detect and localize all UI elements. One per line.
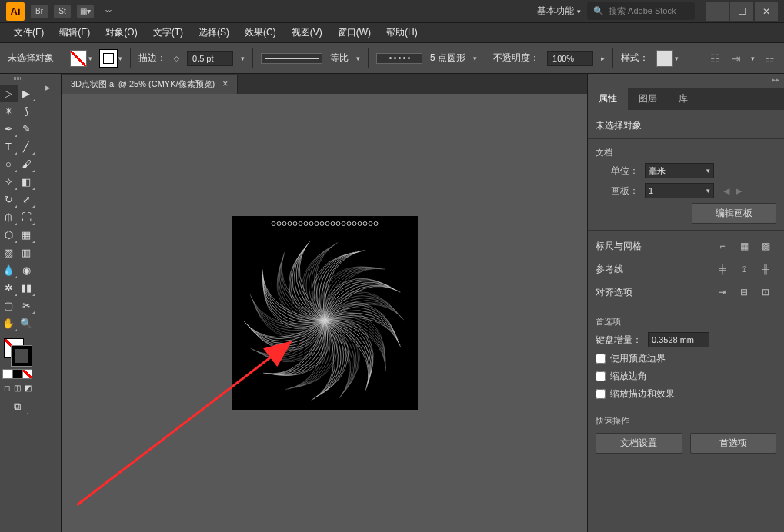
chevron-right-icon[interactable]: ▸ bbox=[601, 55, 605, 62]
units-select[interactable]: 毫米▾ bbox=[645, 163, 714, 178]
color-mode-gradient[interactable] bbox=[12, 369, 22, 379]
stock-button[interactable]: St bbox=[54, 5, 71, 18]
minimize-button[interactable]: — bbox=[706, 2, 729, 21]
tools-grip[interactable] bbox=[6, 77, 29, 81]
width-tool[interactable]: ⫛ bbox=[0, 208, 18, 226]
bridge-button[interactable]: Br bbox=[31, 5, 48, 18]
stroke-profile-preview[interactable] bbox=[261, 53, 322, 64]
chevron-down-icon[interactable]: ▾ bbox=[356, 55, 360, 62]
tab-layers[interactable]: 图层 bbox=[628, 88, 668, 110]
artboard-tool[interactable]: ▢ bbox=[0, 297, 18, 314]
ellipse-tool[interactable]: ○ bbox=[0, 155, 18, 173]
column-graph-tool[interactable]: ▮▮ bbox=[18, 279, 35, 297]
chevron-down-icon[interactable]: ▾ bbox=[751, 55, 755, 62]
align-artboard-icon[interactable]: ⊡ bbox=[755, 283, 776, 301]
panel-collapse-icon[interactable]: ▸▸ bbox=[772, 75, 779, 86]
mesh-tool[interactable]: ▨ bbox=[0, 244, 18, 261]
line-tool[interactable]: ╱ bbox=[18, 138, 35, 155]
hand-tool[interactable]: ✋ bbox=[0, 314, 18, 332]
dock-expand-icon[interactable]: ▸ bbox=[38, 78, 58, 95]
rotate-tool[interactable]: ↻ bbox=[0, 191, 18, 208]
menu-help[interactable]: 帮助(H) bbox=[379, 23, 425, 42]
close-button[interactable]: ✕ bbox=[755, 2, 778, 21]
graphic-style-swatch[interactable]: ▾ bbox=[656, 50, 679, 67]
chevron-down-icon[interactable]: ▾ bbox=[241, 55, 245, 62]
color-mode-none[interactable] bbox=[22, 369, 32, 379]
preferences-button[interactable]: 首选项 bbox=[690, 433, 777, 454]
magic-wand-tool[interactable]: ✴ bbox=[0, 102, 18, 120]
scale-corners-checkbox[interactable]: 缩放边角 bbox=[596, 370, 776, 383]
menu-object[interactable]: 对象(O) bbox=[98, 23, 145, 42]
selection-tool[interactable]: ▷ bbox=[0, 85, 18, 102]
use-preview-bounds-checkbox[interactable]: 使用预览边界 bbox=[596, 352, 776, 365]
gpu-preview-button[interactable]: 〰 bbox=[100, 5, 117, 18]
stroke-swatch[interactable]: ▾ bbox=[100, 50, 122, 67]
menu-edit[interactable]: 编辑(E) bbox=[52, 23, 98, 42]
workspace-switcher[interactable]: 基本功能 ▾ bbox=[531, 2, 587, 21]
menu-file[interactable]: 文件(F) bbox=[6, 23, 52, 42]
snap-pixel-icon[interactable]: ⊟ bbox=[733, 283, 755, 301]
stroke-box[interactable] bbox=[12, 346, 32, 366]
stroke-weight-input[interactable] bbox=[187, 51, 233, 66]
shaper-tool[interactable]: ✧ bbox=[0, 173, 18, 191]
eraser-tool[interactable]: ◧ bbox=[18, 173, 35, 191]
symbol-sprayer-tool[interactable]: ✲ bbox=[0, 279, 18, 297]
draw-behind[interactable]: ◫ bbox=[12, 382, 23, 393]
artboard-nav[interactable]: ◀▶ bbox=[723, 186, 742, 196]
close-icon[interactable]: × bbox=[222, 78, 228, 89]
draw-inside[interactable]: ◩ bbox=[23, 382, 34, 393]
lock-guides-icon[interactable]: ⟟ bbox=[733, 260, 755, 278]
chevron-down-icon[interactable]: ▾ bbox=[473, 55, 477, 62]
pen-tool[interactable]: ✒ bbox=[0, 120, 18, 138]
tab-properties[interactable]: 属性 bbox=[588, 88, 628, 110]
paintbrush-tool[interactable]: 🖌 bbox=[18, 155, 35, 173]
menu-type[interactable]: 文字(T) bbox=[145, 23, 191, 42]
zoom-tool[interactable]: 🔍 bbox=[18, 314, 35, 332]
screen-mode-button[interactable]: ⧉ bbox=[6, 397, 29, 415]
menu-effect[interactable]: 效果(C) bbox=[237, 23, 284, 42]
opacity-input[interactable] bbox=[547, 51, 593, 66]
menu-view[interactable]: 视图(V) bbox=[284, 23, 330, 42]
transparency-grid-icon[interactable]: ▩ bbox=[755, 237, 776, 255]
draw-normal[interactable]: ◻ bbox=[2, 382, 12, 393]
scale-stroke-effects-checkbox[interactable]: 缩放描边和效果 bbox=[596, 387, 776, 401]
menu-window[interactable]: 窗口(W) bbox=[330, 23, 379, 42]
doc-setup-icon[interactable]: ☷ bbox=[708, 52, 722, 65]
show-guides-icon[interactable]: ╪ bbox=[712, 260, 733, 278]
menu-select[interactable]: 选择(S) bbox=[191, 23, 237, 42]
snap-point-icon[interactable]: ⇥ bbox=[712, 283, 733, 301]
slice-tool[interactable]: ✂ bbox=[18, 297, 35, 314]
direct-selection-tool[interactable]: ▶ bbox=[18, 85, 35, 102]
type-tool[interactable]: T bbox=[0, 138, 18, 155]
edit-artboards-button[interactable]: 编辑画板 bbox=[692, 203, 776, 224]
search-stock-field[interactable]: 🔍 搜索 Adobe Stock bbox=[587, 2, 695, 20]
align-icon[interactable]: ⇥ bbox=[729, 52, 743, 65]
lasso-tool[interactable]: ⟆ bbox=[18, 102, 35, 120]
scale-tool[interactable]: ⤢ bbox=[18, 191, 35, 208]
curvature-tool[interactable]: ✎ bbox=[18, 120, 35, 138]
perspective-tool[interactable]: ▦ bbox=[18, 226, 35, 244]
artboard-select[interactable]: 1▾ bbox=[645, 183, 714, 198]
fill-stroke-control[interactable] bbox=[2, 337, 33, 367]
rulers-icon[interactable]: ⌐ bbox=[712, 237, 733, 255]
preferences-icon[interactable]: ⚏ bbox=[762, 52, 776, 65]
blend-tool[interactable]: ◉ bbox=[18, 261, 35, 279]
tab-libraries[interactable]: 库 bbox=[668, 88, 699, 110]
nudge-input[interactable] bbox=[648, 332, 709, 347]
document-tab[interactable]: 3D点状图.ai @ 25% (CMYK/像素预览) × bbox=[62, 75, 238, 94]
grid-icon[interactable]: ▦ bbox=[733, 237, 755, 255]
eyedropper-tool[interactable]: 💧 bbox=[0, 261, 18, 279]
color-mode-solid[interactable] bbox=[2, 369, 12, 379]
maximize-button[interactable]: ☐ bbox=[730, 2, 753, 21]
smart-guides-icon[interactable]: ╫ bbox=[755, 260, 776, 278]
fill-swatch[interactable]: ▾ bbox=[70, 50, 92, 67]
arrange-documents-button[interactable]: ▦▾ bbox=[77, 5, 94, 18]
canvas-viewport[interactable] bbox=[62, 94, 587, 532]
artboard[interactable] bbox=[232, 217, 417, 409]
gradient-tool[interactable]: ▥ bbox=[18, 244, 35, 261]
brush-preview[interactable] bbox=[376, 53, 422, 64]
document-setup-button[interactable]: 文档设置 bbox=[596, 433, 682, 454]
free-transform-tool[interactable]: ⛶ bbox=[18, 208, 35, 226]
stroke-weight-stepper[interactable]: ◇ bbox=[174, 55, 179, 62]
shape-builder-tool[interactable]: ⬡ bbox=[0, 226, 18, 244]
